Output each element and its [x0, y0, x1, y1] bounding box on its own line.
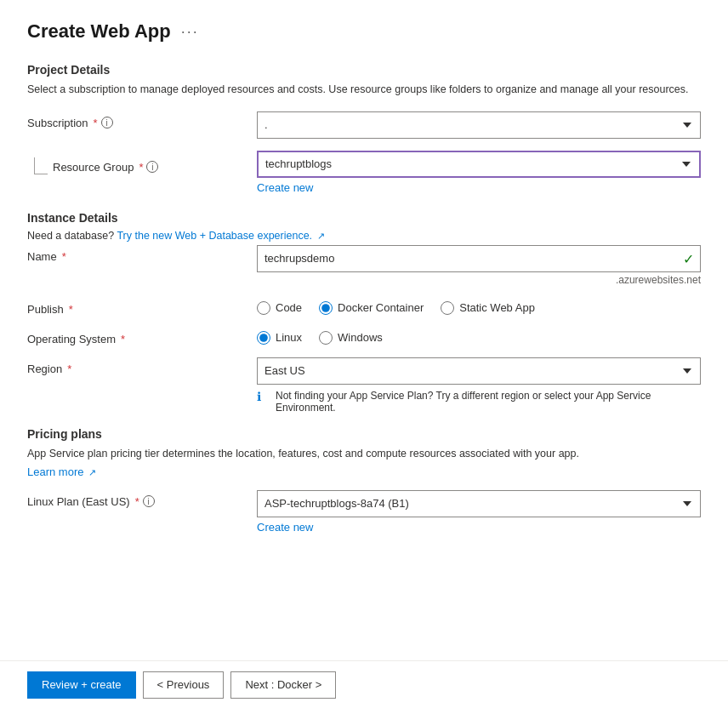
- publish-code-option[interactable]: Code: [257, 301, 302, 315]
- resource-group-create-new-link[interactable]: Create new: [257, 181, 313, 194]
- external-link-icon: ↗: [317, 231, 325, 241]
- subscription-select-wrapper: .: [257, 111, 701, 139]
- subscription-control: .: [257, 111, 701, 139]
- instance-details-desc: Need a database? Try the new Web + Datab…: [27, 230, 701, 242]
- os-label: Operating System *: [27, 328, 257, 345]
- indent-line: [34, 157, 48, 174]
- linux-plan-label: Linux Plan (East US) * i: [27, 490, 257, 508]
- publish-docker-radio[interactable]: [319, 301, 333, 315]
- publish-required: *: [69, 303, 73, 316]
- os-windows-radio[interactable]: [319, 331, 333, 345]
- name-required: *: [62, 250, 66, 263]
- pricing-plans-desc: App Service plan pricing tier determines…: [27, 446, 701, 462]
- resource-group-select[interactable]: techruptblogs: [257, 151, 701, 178]
- resource-group-indent: Resource Group * i: [27, 151, 257, 174]
- publish-radio-group: Code Docker Container Static Web App: [257, 298, 701, 315]
- publish-code-label: Code: [276, 301, 302, 314]
- publish-docker-label: Docker Container: [338, 301, 424, 314]
- db-experience-link[interactable]: Try the new Web + Database experience. ↗: [117, 230, 324, 242]
- domain-suffix: .azurewebsites.net: [257, 274, 701, 286]
- subscription-required: *: [94, 117, 98, 129]
- region-control: East US ℹ Not finding your App Service P…: [257, 357, 701, 414]
- name-valid-icon: ✓: [683, 250, 694, 266]
- os-linux-radio[interactable]: [257, 331, 270, 345]
- resource-group-label-container: Resource Group * i: [53, 156, 158, 174]
- resource-group-label: Resource Group: [53, 161, 134, 174]
- region-required: *: [67, 363, 71, 375]
- name-row: Name * ✓ .azurewebsites.net: [27, 245, 701, 286]
- project-details-title: Project Details: [27, 63, 701, 77]
- name-input-wrapper: ✓: [257, 245, 701, 272]
- resource-group-control: techruptblogs Create new: [257, 151, 701, 194]
- region-select[interactable]: East US: [257, 357, 701, 385]
- linux-plan-info-icon[interactable]: i: [143, 495, 155, 507]
- name-label: Name *: [27, 245, 257, 263]
- os-linux-label: Linux: [276, 331, 302, 344]
- publish-static-option[interactable]: Static Web App: [441, 301, 535, 315]
- resource-group-info-icon[interactable]: i: [146, 161, 158, 173]
- linux-plan-create-new-link[interactable]: Create new: [257, 521, 313, 534]
- learn-more-link[interactable]: Learn more ↗: [27, 465, 96, 478]
- publish-code-radio[interactable]: [257, 301, 270, 315]
- previous-button[interactable]: < Previous: [143, 671, 225, 699]
- region-select-wrapper: East US: [257, 357, 701, 385]
- os-control: Linux Windows: [257, 328, 701, 345]
- linux-plan-required: *: [135, 495, 139, 508]
- region-note: ℹ Not finding your App Service Plan? Try…: [257, 390, 701, 414]
- resource-group-row: Resource Group * i techruptblogs Create …: [27, 151, 701, 194]
- publish-docker-option[interactable]: Docker Container: [319, 301, 424, 315]
- subscription-label: Subscription * i: [27, 111, 257, 129]
- page-header: Create Web App ···: [27, 20, 701, 43]
- name-input[interactable]: [257, 245, 701, 272]
- ellipsis-menu-button[interactable]: ···: [181, 23, 199, 41]
- subscription-row: Subscription * i .: [27, 111, 701, 139]
- region-row: Region * East US ℹ Not finding your App …: [27, 357, 701, 414]
- next-button[interactable]: Next : Docker >: [230, 671, 336, 699]
- pricing-plans-section: Pricing plans App Service plan pricing t…: [27, 427, 701, 534]
- publish-label: Publish *: [27, 298, 257, 316]
- os-radio-group: Linux Windows: [257, 328, 701, 345]
- subscription-info-icon[interactable]: i: [101, 117, 113, 128]
- os-row: Operating System * Linux Windows: [27, 328, 701, 345]
- review-create-button[interactable]: Review + create: [27, 671, 136, 699]
- db-text-prefix: Need a database?: [27, 230, 114, 242]
- name-control: ✓ .azurewebsites.net: [257, 245, 701, 286]
- linux-plan-row: Linux Plan (East US) * i ASP-techruptblo…: [27, 490, 701, 534]
- os-linux-option[interactable]: Linux: [257, 331, 302, 345]
- publish-control: Code Docker Container Static Web App: [257, 298, 701, 315]
- os-windows-option[interactable]: Windows: [319, 331, 383, 345]
- publish-static-radio[interactable]: [441, 301, 454, 315]
- instance-details-title: Instance Details: [27, 211, 701, 225]
- resource-group-select-wrapper: techruptblogs: [257, 151, 701, 178]
- page-title: Create Web App: [27, 20, 171, 43]
- instance-details-section: Instance Details Need a database? Try th…: [27, 211, 701, 414]
- os-required: *: [121, 333, 125, 345]
- region-info-icon: ℹ: [257, 390, 270, 403]
- os-windows-label: Windows: [338, 331, 383, 344]
- subscription-select[interactable]: .: [257, 111, 701, 139]
- page-container: Create Web App ··· Project Details Selec…: [0, 0, 728, 614]
- footer-bar: Review + create < Previous Next : Docker…: [0, 660, 728, 708]
- linux-plan-select-wrapper: ASP-techruptblogs-8a74 (B1): [257, 490, 701, 517]
- project-details-section: Project Details Select a subscription to…: [27, 63, 701, 194]
- indent-visual: [27, 156, 53, 174]
- resource-group-required: *: [139, 161, 143, 174]
- linux-plan-select[interactable]: ASP-techruptblogs-8a74 (B1): [257, 490, 701, 517]
- publish-row: Publish * Code Docker Container Static: [27, 298, 701, 316]
- learn-more-ext-icon: ↗: [88, 467, 96, 477]
- project-details-desc: Select a subscription to manage deployed…: [27, 82, 701, 98]
- bottom-spacer: [27, 545, 701, 614]
- learn-more-row: Learn more ↗: [27, 465, 701, 478]
- publish-static-label: Static Web App: [459, 301, 535, 314]
- region-label: Region *: [27, 357, 257, 375]
- linux-plan-control: ASP-techruptblogs-8a74 (B1) Create new: [257, 490, 701, 534]
- pricing-plans-title: Pricing plans: [27, 427, 701, 441]
